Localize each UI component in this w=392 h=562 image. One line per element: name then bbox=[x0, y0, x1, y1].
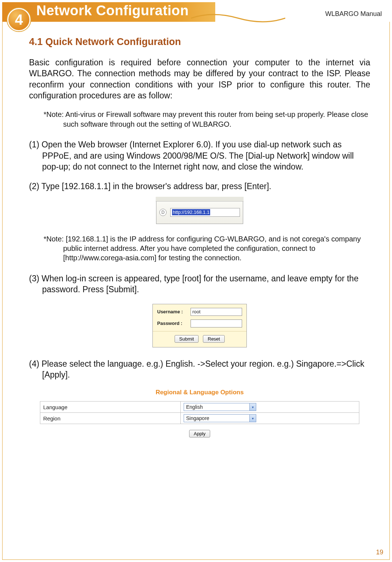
region-select-value: Singapore bbox=[184, 415, 249, 421]
table-row: Language English ▾ bbox=[40, 402, 359, 413]
password-label: Password : bbox=[157, 321, 191, 326]
chapter-title: Network Configuration bbox=[36, 3, 189, 19]
chapter-number-badge: 4 bbox=[7, 8, 30, 31]
regional-options-table: Language English ▾ Region Singapore ▾ bbox=[40, 401, 359, 424]
address-bar-input[interactable]: http://192.168.1.1 bbox=[170, 208, 240, 217]
password-row: Password : bbox=[157, 319, 242, 327]
step-3: (3) When log-in screen is appeared, type… bbox=[29, 273, 370, 295]
page-content: 4.1 Quick Network Configuration Basic co… bbox=[29, 36, 370, 540]
region-label-cell: Region bbox=[40, 413, 181, 424]
page-number: 19 bbox=[376, 549, 383, 556]
chevron-down-icon: ▾ bbox=[249, 403, 256, 411]
username-row: Username : root bbox=[157, 308, 242, 316]
manual-label: WLBARGO Manual bbox=[325, 10, 382, 18]
login-figure: Username : root Password : Submit Reset bbox=[152, 304, 247, 347]
step-2: (2) Type [192.168.1.1] in the browser's … bbox=[29, 181, 370, 192]
language-label-cell: Language bbox=[40, 402, 181, 413]
address-bar-figure: D http://192.168.1.1 bbox=[156, 201, 243, 224]
step-1: (1) Open the Web browser (Internet Explo… bbox=[29, 139, 370, 172]
table-row: Region Singapore ▾ bbox=[40, 413, 359, 424]
reset-button[interactable]: Reset bbox=[203, 335, 225, 343]
header-swoosh-decoration bbox=[191, 13, 285, 23]
submit-button[interactable]: Submit bbox=[175, 335, 199, 343]
language-select[interactable]: English ▾ bbox=[184, 403, 256, 411]
intro-paragraph: Basic configuration is required before c… bbox=[29, 57, 370, 101]
step-4: (4) Please select the language. e.g.) En… bbox=[29, 358, 370, 380]
apply-button[interactable]: Apply bbox=[189, 430, 211, 437]
username-label: Username : bbox=[157, 309, 191, 314]
region-select[interactable]: Singapore ▾ bbox=[184, 414, 256, 422]
password-input[interactable] bbox=[191, 319, 242, 327]
section-title: 4.1 Quick Network Configuration bbox=[29, 36, 370, 48]
address-bar-url: http://192.168.1.1 bbox=[172, 209, 210, 215]
chevron-down-icon: ▾ bbox=[249, 415, 256, 422]
region-value-cell: Singapore ▾ bbox=[180, 413, 359, 424]
language-value-cell: English ▾ bbox=[180, 402, 359, 413]
chapter-number: 4 bbox=[15, 12, 23, 28]
username-input[interactable]: root bbox=[191, 308, 242, 316]
address-bar-icon: D bbox=[159, 209, 167, 216]
note-2: *Note: [192.168.1.1] is the IP address f… bbox=[49, 234, 370, 263]
regional-options-title: Regional & Language Options bbox=[29, 389, 370, 396]
language-select-value: English bbox=[184, 404, 249, 410]
note-1: *Note: Anti-virus or Firewall software m… bbox=[49, 110, 370, 129]
